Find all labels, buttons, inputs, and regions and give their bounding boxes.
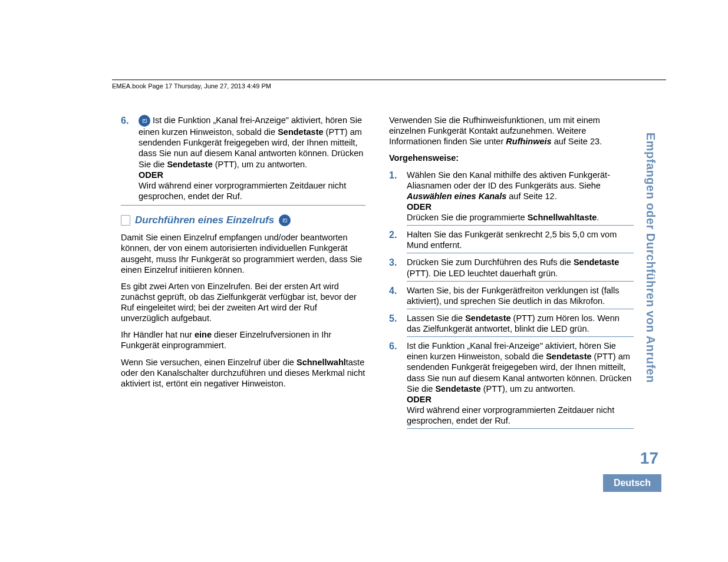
step-number: 5. bbox=[389, 313, 397, 325]
body-text: Schnellwahltaste bbox=[528, 213, 597, 222]
step-number: 2. bbox=[389, 229, 397, 241]
body-text: Drücken Sie zum Durchführen des Rufs die bbox=[407, 257, 574, 267]
right-column: Verwenden Sie die Rufhinweisfunktionen, … bbox=[389, 115, 634, 432]
divider bbox=[407, 225, 634, 226]
body-text: Sendetaste bbox=[574, 257, 619, 267]
heading-text: Durchführen eines Einzelrufs bbox=[135, 214, 274, 226]
divider bbox=[407, 253, 634, 253]
procedure-label: Vorgehensweise: bbox=[389, 153, 459, 163]
page-header: EMEA.book Page 17 Thursday, June 27, 201… bbox=[112, 82, 271, 90]
body-text: (PTT), um zu antworten. bbox=[481, 384, 575, 394]
body-text: Auswählen eines Kanals bbox=[407, 191, 506, 201]
body-text: Wählen Sie den Kanal mithilfe des aktive… bbox=[407, 170, 610, 190]
divider bbox=[407, 336, 634, 337]
divider bbox=[407, 281, 634, 282]
page-body: 6. ⏍ Ist die Funktion „Kanal frei-Anzeig… bbox=[121, 115, 634, 432]
body-text: ODER bbox=[407, 202, 431, 211]
header-rule bbox=[112, 80, 666, 80]
document-icon bbox=[121, 215, 130, 226]
left-column: 6. ⏍ Ist die Funktion „Kanal frei-Anzeig… bbox=[121, 115, 365, 432]
step-number: 4. bbox=[389, 285, 397, 297]
body-text: Wird während einer vorprogrammierten Zei… bbox=[407, 405, 634, 426]
step-6-left: 6. ⏍ Ist die Funktion „Kanal frei-Anzeig… bbox=[121, 115, 365, 201]
step-6: 6. Ist die Funktion „Kanal frei-Anzeige"… bbox=[389, 340, 634, 426]
step-1: 1. Wählen Sie den Kanal mithilfe des akt… bbox=[389, 170, 634, 223]
body-text: Drücken Sie die programmierte bbox=[407, 213, 528, 222]
body-text: Sendetaste bbox=[435, 384, 480, 394]
body-text: Lassen Sie die bbox=[407, 313, 465, 323]
divider bbox=[407, 309, 634, 309]
step-3: 3. Drücken Sie zum Durchführen des Rufs … bbox=[389, 257, 634, 278]
body-text: Ihr Händler hat nur eine dieser Einzelru… bbox=[121, 329, 365, 351]
step-5: 5. Lassen Sie die Sendetaste (PTT) zum H… bbox=[389, 313, 634, 334]
divider bbox=[121, 205, 365, 206]
body-text: Sendetaste bbox=[465, 313, 510, 323]
page-number: 17 bbox=[640, 449, 658, 468]
body-text: Sendetaste bbox=[167, 160, 212, 169]
body-text: ODER bbox=[407, 395, 431, 404]
body-text: Damit Sie einen Einzelruf empfangen und/… bbox=[121, 232, 365, 275]
body-text: Sendetaste bbox=[546, 352, 591, 361]
body-text: auf Seite 12. bbox=[506, 191, 556, 201]
body-text: . bbox=[597, 213, 599, 222]
body-text: Es gibt zwei Arten von Einzelrufen. Bei … bbox=[121, 281, 365, 324]
divider bbox=[407, 428, 634, 429]
body-text: Wird während einer vorprogrammierten Zei… bbox=[139, 180, 365, 201]
body-text: (PTT). Die LED leuchtet dauerhaft grün. bbox=[407, 269, 558, 278]
step-number: 6. bbox=[121, 115, 129, 127]
body-text: Wenn Sie versuchen, einen Einzelruf über… bbox=[121, 357, 365, 389]
step-number: 3. bbox=[389, 257, 397, 269]
body-text: ODER bbox=[139, 170, 163, 180]
body-text: Verwenden Sie die Rufhinweisfunktionen, … bbox=[389, 115, 634, 147]
step-number: 1. bbox=[389, 170, 397, 181]
step-2: 2. Halten Sie das Funkgerät senkrecht 2,… bbox=[389, 229, 634, 250]
body-text: Halten Sie das Funkgerät senkrecht 2,5 b… bbox=[407, 230, 617, 250]
step-4: 4. Warten Sie, bis der Funkgerätfreiton … bbox=[389, 285, 634, 306]
step-number: 6. bbox=[389, 340, 397, 352]
body-text: (PTT), um zu antworten. bbox=[213, 160, 307, 169]
body-text: Warten Sie, bis der Funkgerätfreiton ver… bbox=[407, 286, 620, 306]
language-tab: Deutsch bbox=[603, 474, 661, 492]
section-heading: Durchführen eines Einzelrufs ⏍ bbox=[121, 214, 365, 226]
antenna-icon: ⏍ bbox=[139, 115, 150, 127]
body-text: Sendetaste bbox=[278, 127, 323, 137]
side-chapter-title: Empfangen oder Durchführen von Anrufen bbox=[640, 133, 657, 383]
antenna-icon: ⏍ bbox=[279, 214, 291, 226]
